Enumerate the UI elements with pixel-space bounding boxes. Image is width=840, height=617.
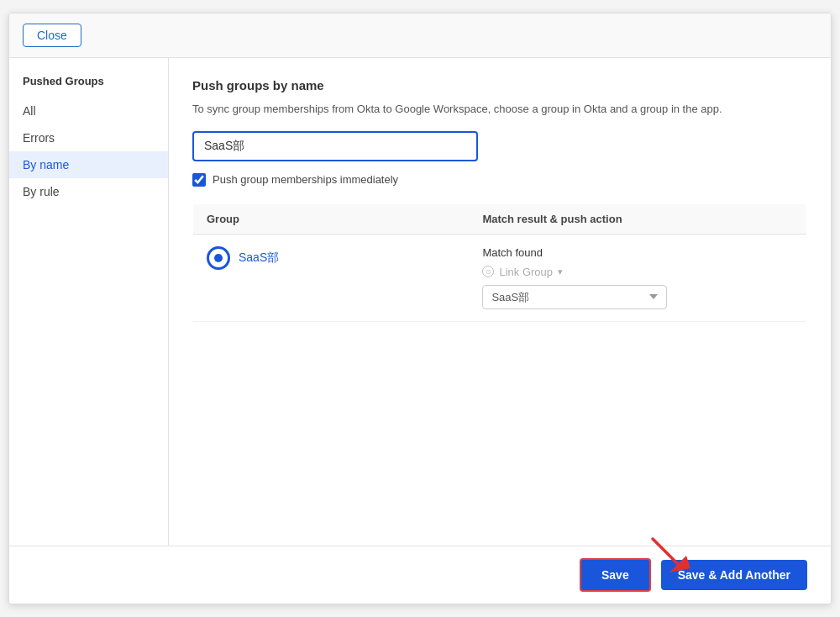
- sidebar: Pushed Groups All Errors By name By rule: [9, 58, 169, 546]
- svg-line-0: [653, 539, 678, 564]
- sidebar-item-errors[interactable]: Errors: [9, 124, 168, 151]
- sidebar-item-byname[interactable]: By name: [9, 151, 168, 178]
- link-group-label[interactable]: Link Group: [499, 266, 553, 278]
- groups-table: Group Match result & push action SaaS部: [192, 203, 807, 473]
- modal-header: Close: [9, 13, 831, 58]
- group-icon-dot: [214, 254, 223, 262]
- sidebar-title: Pushed Groups: [9, 75, 168, 98]
- push-immediately-label: Push group memberships immediately: [213, 173, 398, 186]
- save-button[interactable]: Save: [580, 558, 651, 592]
- group-cell-inner: SaaS部: [207, 246, 455, 270]
- group-icon: [207, 246, 230, 270]
- main-content: Push groups by name To sync group member…: [169, 58, 831, 546]
- link-group-row: ⊙ Link Group ▾: [482, 266, 793, 278]
- table-row: SaaS部 Match found ⊙ Link Group ▾: [193, 234, 807, 321]
- col-header-group: Group: [193, 203, 470, 234]
- sidebar-item-byrule[interactable]: By rule: [9, 178, 168, 205]
- match-cell: Match found ⊙ Link Group ▾ SaaS部: [469, 234, 806, 321]
- section-title: Push groups by name: [192, 78, 807, 92]
- empty-row: [193, 321, 807, 472]
- push-immediately-row: Push group memberships immediately: [192, 173, 807, 187]
- close-button[interactable]: Close: [23, 24, 81, 47]
- group-name-link[interactable]: SaaS部: [239, 250, 279, 266]
- group-cell: SaaS部: [193, 234, 470, 321]
- push-immediately-checkbox[interactable]: [192, 173, 206, 187]
- sidebar-item-all[interactable]: All: [9, 98, 168, 124]
- link-group-icon: ⊙: [482, 266, 494, 277]
- col-header-match: Match result & push action: [469, 203, 806, 234]
- modal-container: Close Pushed Groups All Errors By name B…: [8, 13, 832, 604]
- modal-body: Pushed Groups All Errors By name By rule…: [9, 58, 831, 546]
- link-group-chevron: ▾: [558, 266, 563, 277]
- group-dropdown[interactable]: SaaS部: [482, 285, 667, 309]
- modal-footer: Save Save & Add Another: [9, 546, 831, 604]
- section-description: To sync group memberships from Okta to G…: [192, 101, 807, 118]
- match-status: Match found: [482, 246, 793, 259]
- link-icon-symbol: ⊙: [486, 268, 491, 276]
- red-arrow-indicator: [644, 535, 695, 577]
- spacer: [192, 487, 807, 526]
- empty-cell: [193, 321, 807, 472]
- group-search-input[interactable]: [192, 131, 478, 161]
